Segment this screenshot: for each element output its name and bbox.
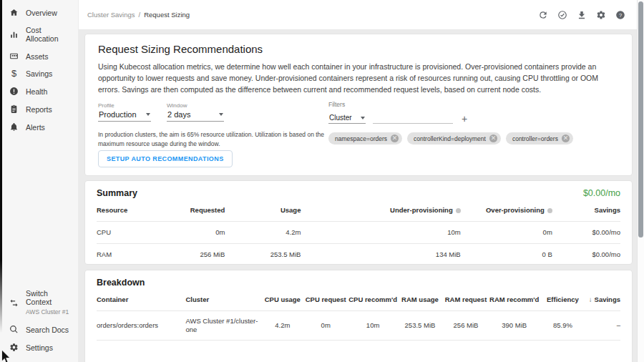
page-description: Using Kubecost allocation metrics, we de… bbox=[98, 61, 615, 95]
sort-descending-icon: ↓ bbox=[589, 295, 592, 303]
sidebar-item-label: Search Docs bbox=[26, 326, 69, 334]
table-row-ram: RAM 256 MiB 253.5 MiB 134 MiB 0 B $0.00/… bbox=[97, 244, 620, 265]
sidebar-item-label: Alerts bbox=[26, 123, 45, 132]
sidebar-item-search-docs[interactable]: Search Docs bbox=[2, 321, 78, 338]
container-cell: orders/orders:orders bbox=[97, 311, 185, 341]
mouse-cursor bbox=[1, 350, 11, 362]
breadcrumb-parent[interactable]: Cluster Savings bbox=[87, 11, 135, 19]
filter-value-input[interactable] bbox=[373, 112, 453, 124]
gear-icon[interactable] bbox=[595, 9, 606, 20]
breadcrumb-current: Request Sizing bbox=[144, 11, 190, 19]
column-header-cpu-request[interactable]: CPU request bbox=[303, 290, 348, 311]
sidebar-item-switch-context[interactable]: Switch Context AWS Cluster #1 bbox=[2, 285, 78, 321]
filter-type-select[interactable]: Cluster bbox=[328, 114, 366, 124]
breadcrumb-separator: / bbox=[139, 11, 141, 19]
sidebar-item-overview[interactable]: Overview bbox=[2, 4, 78, 21]
search-icon bbox=[9, 325, 19, 334]
summary-header-row: Resource Requested Usage Under-provision… bbox=[97, 201, 620, 222]
column-header-under-provisioning: Under-provisioning bbox=[301, 201, 460, 222]
health-icon bbox=[9, 87, 19, 96]
refresh-icon[interactable] bbox=[537, 9, 548, 20]
sidebar-item-label: Health bbox=[26, 87, 47, 96]
filter-chip: controller=orders ✕ bbox=[506, 132, 573, 145]
add-filter-button[interactable]: + bbox=[460, 114, 469, 124]
column-header-ram-usage[interactable]: RAM usage bbox=[398, 290, 442, 311]
info-icon[interactable] bbox=[456, 208, 461, 213]
sidebar-item-settings[interactable]: Settings bbox=[2, 338, 78, 356]
table-row-cpu: CPU 0m 4.2m 10m 0m $0.00/mo bbox=[97, 222, 620, 244]
sidebar: Overview Cost Allocation Assets $ Saving… bbox=[0, 0, 79, 362]
column-header-ram-request[interactable]: RAM request bbox=[442, 290, 489, 311]
filter-chips: namespace=orders ✕ controllerKind=deploy… bbox=[328, 132, 573, 145]
svg-text:?: ? bbox=[618, 11, 621, 18]
download-icon[interactable] bbox=[576, 9, 587, 20]
page-content: Request Sizing Recommendations Using Kub… bbox=[79, 30, 644, 362]
sidebar-item-health[interactable]: Health bbox=[2, 82, 78, 100]
grid-icon bbox=[9, 52, 19, 61]
breakdown-title: Breakdown bbox=[97, 278, 145, 288]
filters-block: Filters Cluster + bbox=[328, 101, 469, 124]
filter-chip: namespace=orders ✕ bbox=[328, 132, 402, 145]
summary-table: Resource Requested Usage Under-provision… bbox=[97, 201, 620, 265]
profile-select-label: Profile bbox=[98, 102, 151, 109]
profile-helper-text: In production clusters, the aim is 65% r… bbox=[98, 130, 336, 149]
sidebar-item-label: Assets bbox=[26, 52, 49, 61]
cluster-cell: AWS Cluster #1/cluster-one bbox=[185, 311, 261, 341]
filters-label: Filters bbox=[328, 101, 469, 108]
column-header-cluster[interactable]: Cluster bbox=[185, 290, 261, 311]
home-icon bbox=[9, 8, 19, 17]
total-savings-value: $0.00/mo bbox=[583, 188, 620, 198]
filter-chip-label: controllerKind=deployment bbox=[414, 135, 486, 142]
breakdown-header-row: Container Cluster CPU usage CPU request … bbox=[97, 290, 620, 311]
sidebar-item-label: Settings bbox=[26, 343, 53, 352]
profile-select[interactable]: Profile Production bbox=[98, 102, 151, 122]
sidebar-item-reports[interactable]: Reports bbox=[2, 100, 78, 118]
bar-chart-icon bbox=[9, 30, 19, 39]
profile-select-value: Production bbox=[99, 110, 137, 119]
column-header-cpu-usage[interactable]: CPU usage bbox=[262, 290, 304, 311]
sidebar-item-label: Reports bbox=[26, 105, 52, 114]
chevron-down-icon bbox=[219, 113, 223, 116]
help-icon[interactable]: ? bbox=[615, 9, 625, 20]
sidebar-item-assets[interactable]: Assets bbox=[2, 47, 78, 65]
check-circle-icon[interactable] bbox=[557, 9, 567, 20]
sidebar-item-savings[interactable]: $ Savings bbox=[2, 65, 78, 82]
filter-chip-label: controller=orders bbox=[512, 135, 558, 142]
remove-chip-icon[interactable]: ✕ bbox=[391, 134, 399, 142]
column-header-cpu-recommended[interactable]: CPU recomm'd bbox=[348, 290, 398, 311]
window-select[interactable]: Window 2 days bbox=[167, 102, 224, 122]
sidebar-item-alerts[interactable]: Alerts bbox=[2, 118, 78, 136]
column-header-savings-sort[interactable]: ↓Savings bbox=[586, 290, 620, 311]
main-area: Cluster Savings / Request Sizing ? bbox=[79, 0, 644, 362]
sidebar-item-label: Overview bbox=[26, 9, 57, 17]
column-header-efficiency[interactable]: Efficiency bbox=[539, 290, 586, 311]
window-edge bbox=[0, 0, 2, 362]
filter-type-value: Cluster bbox=[329, 114, 352, 122]
window-select-value: 2 days bbox=[167, 110, 190, 119]
remove-chip-icon[interactable]: ✕ bbox=[489, 134, 497, 142]
page-title: Request Sizing Recommendations bbox=[98, 43, 619, 56]
sidebar-item-label: Switch Context bbox=[26, 289, 75, 306]
remove-chip-icon[interactable]: ✕ bbox=[562, 134, 570, 142]
dollar-icon: $ bbox=[9, 69, 19, 78]
chevron-down-icon bbox=[146, 113, 150, 116]
chevron-down-icon bbox=[361, 117, 365, 119]
column-header-ram-recommended[interactable]: RAM recomm'd bbox=[489, 290, 540, 311]
scrollbar-thumb[interactable] bbox=[638, 1, 643, 238]
column-header-container[interactable]: Container bbox=[97, 290, 185, 311]
breakdown-card: Breakdown Container Cluster CPU usage CP… bbox=[84, 270, 633, 362]
kubecost-app: Overview Cost Allocation Assets $ Saving… bbox=[0, 0, 644, 362]
controls-row: Profile Production Window 2 days I bbox=[98, 102, 619, 171]
sidebar-item-label: Cost Allocation bbox=[26, 26, 75, 43]
sidebar-item-cost-allocation[interactable]: Cost Allocation bbox=[2, 21, 78, 47]
info-icon[interactable] bbox=[547, 208, 552, 213]
topbar-actions: ? bbox=[537, 9, 625, 20]
swap-arrows-icon bbox=[9, 298, 19, 308]
filter-chip: controllerKind=deployment ✕ bbox=[407, 132, 501, 145]
table-row[interactable]: orders/orders:orders AWS Cluster #1/clus… bbox=[97, 311, 620, 341]
setup-auto-recommendations-button[interactable]: SETUP AUTO RECOMMENDATIONS bbox=[98, 150, 233, 167]
vertical-scrollbar[interactable] bbox=[637, 0, 644, 362]
breakdown-table: Container Cluster CPU usage CPU request … bbox=[97, 290, 620, 341]
sidebar-item-label: Savings bbox=[26, 69, 52, 78]
column-header-usage: Usage bbox=[225, 201, 301, 222]
